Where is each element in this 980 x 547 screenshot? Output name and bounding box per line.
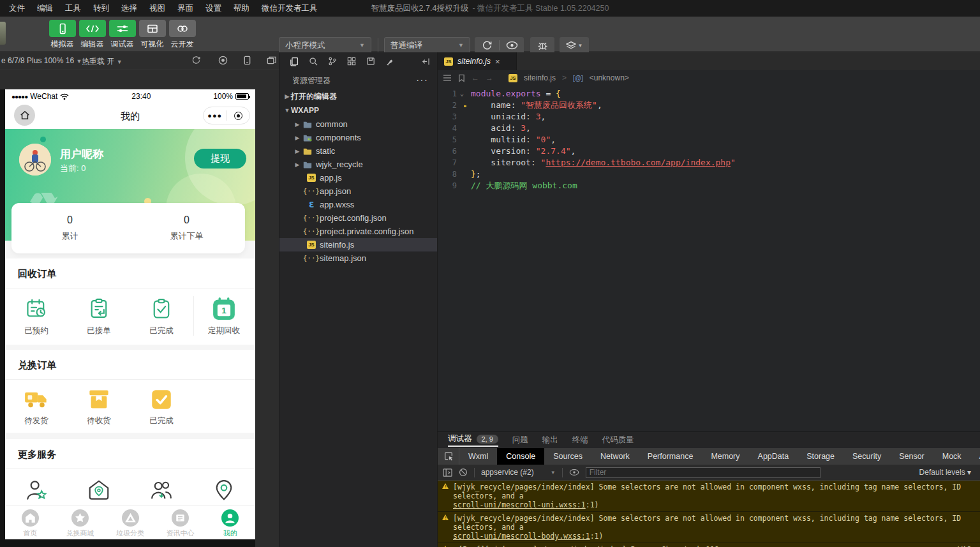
cloud-dev-button[interactable]: 云开发 [167,19,197,50]
remote-debug-button[interactable] [530,37,554,54]
explorer-more-button[interactable]: ··· [416,75,428,86]
breadcrumb-symbol[interactable]: <unknown> [590,73,629,82]
eye-icon[interactable] [569,468,579,476]
tab-code-quality[interactable]: 代码质量 [602,435,634,446]
service-member-item[interactable] [5,478,68,502]
device-select[interactable]: e 6/7/8 Plus 100% 16 ▼ [1,56,82,65]
refresh-icon[interactable] [191,56,201,65]
file-app-wxss[interactable]: 3app.wxss [279,198,437,211]
compile-mode-select[interactable]: 普通编译 ▼ [384,37,470,54]
menu-settings[interactable]: 设置 [205,3,221,14]
devtool-tab-security[interactable]: Security [843,448,890,465]
rotate-device-icon[interactable] [243,56,251,65]
file-sitemap-json[interactable]: {··}sitemap.json [279,251,437,265]
file-project-config[interactable]: {··}project.config.json [279,211,437,225]
menu-help[interactable]: 帮助 [234,3,249,14]
devtool-tab-performance[interactable]: Performance [639,448,702,465]
menu-tools[interactable]: 工具 [65,3,81,14]
context-select[interactable]: appservice (#2)▼ [481,468,556,477]
wxapp-root-section[interactable]: ▼WXAPP [279,103,437,117]
menu-goto[interactable]: 转到 [93,3,109,14]
bookmark-icon[interactable] [458,74,465,82]
menu-file[interactable]: 文件 [9,3,25,14]
devtool-tab-storage[interactable]: Storage [798,448,843,465]
back-icon[interactable]: ← [471,73,479,82]
exchange-completed-item[interactable]: 已完成 [130,389,193,426]
tab-terminal[interactable]: 终端 [572,435,588,446]
order-completed-item[interactable]: 已完成 [130,297,193,336]
multi-window-icon[interactable] [267,56,277,65]
service-team-item[interactable] [130,478,193,502]
pending-receipt-item[interactable]: 待收货 [68,389,130,426]
compile-button[interactable] [475,37,499,54]
open-editors-section[interactable]: ▶打开的编辑器 [279,89,437,103]
folder-static[interactable]: ▶static [279,144,437,158]
service-station-item[interactable] [68,478,130,502]
source-control-icon[interactable] [327,56,338,66]
close-tab-icon[interactable]: × [495,57,500,66]
preview-button[interactable] [500,37,524,54]
devtool-tab-sensor[interactable]: Sensor [890,448,933,465]
tab-home[interactable]: 首页 [5,506,55,539]
menu-devtools[interactable]: 微信开发者工具 [262,3,318,14]
menu-edit[interactable]: 编辑 [37,3,53,14]
file-app-json[interactable]: {··}app.json [279,184,437,198]
more-menu-button[interactable]: ●●● [204,112,226,119]
search-icon[interactable] [308,56,318,66]
console-filter-input[interactable] [586,467,820,478]
devtool-tab-console[interactable]: Console [497,448,544,465]
fold-chevron-icon[interactable]: ⌄ [457,88,467,100]
clear-console-icon[interactable] [459,468,468,477]
collapse-panel-icon[interactable] [421,57,431,66]
folder-wjyk-recycle[interactable]: ▶wjyk_recycle [279,158,437,171]
record-icon[interactable] [218,56,228,65]
devtool-tab-memory[interactable]: Memory [702,448,748,465]
tab-problems[interactable]: 问题 [512,435,528,446]
devtool-tab-appdata[interactable]: AppData [749,448,798,465]
siteroot-url-link[interactable]: https://demo.ttbobo.com/app/index.php [546,158,731,167]
order-accepted-item[interactable]: 已接单 [68,297,130,336]
log-levels-select[interactable]: Default levels ▾ [919,468,975,477]
inspect-element-icon[interactable] [438,448,459,465]
tab-news-center[interactable]: 资讯中心 [155,506,205,539]
wxss-source-link[interactable]: scroll-uni/mescroll-uni.wxss:1 [453,500,586,509]
tab-debugger[interactable]: 调试器2, 9 [448,433,498,447]
devtool-tab-mock[interactable]: Mock [933,448,970,465]
withdraw-button[interactable]: 提现 [194,149,246,169]
order-reserved-item[interactable]: 已预约 [5,297,68,336]
menu-view[interactable]: 视图 [149,3,165,14]
mode-select[interactable]: 小程序模式 ▼ [279,37,371,54]
file-siteinfo-js[interactable]: JSsiteinfo.js [279,238,437,251]
forward-icon[interactable]: → [486,73,493,82]
file-project-private-config[interactable]: {··}project.private.config.json [279,225,437,238]
tab-garbage-sorting[interactable]: 垃圾分类 [105,506,155,539]
wxss-source-link[interactable]: scroll-uni/mescroll-body.wxss:1 [453,532,590,541]
breadcrumb-file[interactable]: siteinfo.js [524,73,556,82]
scheduled-recycle-item[interactable]: 1 定期回收 [193,297,255,336]
devtool-tab-audits[interactable]: Audits [970,448,980,465]
devtool-tab-wxml[interactable]: Wxml [459,448,497,465]
clear-cache-button[interactable]: ▼ [560,37,589,54]
tab-exchange-mall[interactable]: 兑换商城 [55,506,105,539]
outline-menu-icon[interactable] [443,74,452,82]
debugger-toggle-button[interactable]: 调试器 [107,19,137,50]
folder-common[interactable]: ▶common [279,117,437,131]
folder-components[interactable]: ▶components [279,131,437,144]
storage-icon[interactable] [366,56,376,66]
files-icon[interactable] [288,56,299,67]
sidebar-toggle-icon[interactable] [443,468,452,477]
hot-reload-toggle[interactable]: 热重载 开 ▼ [82,56,122,67]
devtool-tab-network[interactable]: Network [591,448,639,465]
pending-shipment-item[interactable]: 待发货 [5,389,68,426]
tab-mine[interactable]: 我的 [205,506,255,539]
editor-toggle-button[interactable]: 编辑器 [77,19,107,50]
visualizer-toggle-button[interactable]: 可视化 [137,19,167,50]
tab-output[interactable]: 输出 [542,435,558,446]
menu-interface[interactable]: 界面 [177,3,193,14]
service-location-item[interactable] [193,478,255,502]
minimize-button[interactable] [227,112,250,120]
simulator-toggle-button[interactable]: 模拟器 [47,19,77,50]
menu-select[interactable]: 选择 [121,3,137,14]
tab-siteinfo-js[interactable]: JS siteinfo.js × [438,52,517,70]
devtool-tab-sources[interactable]: Sources [544,448,591,465]
